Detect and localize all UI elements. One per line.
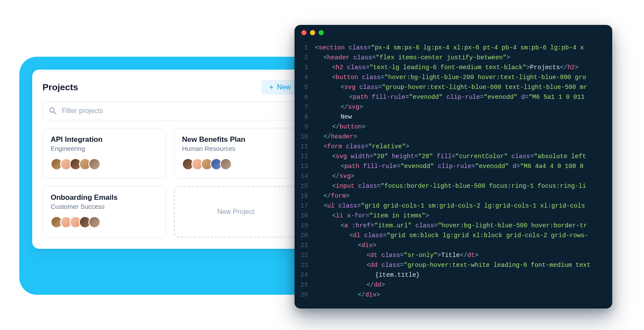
project-title: Onboarding Emails — [51, 193, 158, 202]
projects-header: Projects New — [43, 80, 298, 95]
close-icon[interactable] — [301, 30, 307, 35]
code-editor-window: 1234567891011121314151617181920212223242… — [295, 25, 612, 309]
project-card[interactable]: API Integration Engineering — [43, 128, 166, 178]
maximize-icon[interactable] — [319, 30, 324, 35]
project-card[interactable]: New Benefits Plan Human Resources — [174, 128, 298, 178]
new-project-card[interactable]: New Project — [174, 186, 298, 238]
project-card[interactable]: Onboarding Emails Customer Success — [43, 186, 166, 238]
search-icon — [49, 107, 57, 115]
projects-title: Projects — [43, 82, 78, 92]
minimize-icon[interactable] — [310, 30, 315, 35]
projects-panel: Projects New API Integration Engineering — [32, 70, 308, 249]
project-subtitle: Engineering — [51, 145, 158, 152]
new-project-label: New Project — [217, 208, 254, 216]
avatar — [88, 216, 100, 228]
avatar — [220, 158, 232, 170]
line-number-gutter: 1234567891011121314151617181920212223242… — [295, 40, 312, 307]
project-avatars — [51, 158, 158, 170]
project-subtitle: Customer Success — [51, 203, 158, 210]
code-content[interactable]: <section class="px-4 sm:px-6 lg:px-4 xl:… — [312, 40, 590, 307]
code-body: 1234567891011121314151617181920212223242… — [295, 40, 612, 307]
window-titlebar — [295, 25, 612, 40]
projects-grid: API Integration Engineering New Benefits… — [43, 128, 298, 238]
new-button-label: New — [277, 83, 291, 91]
new-button[interactable]: New — [261, 80, 298, 95]
avatar — [88, 158, 100, 170]
plus-icon — [268, 84, 274, 90]
project-title: API Integration — [51, 135, 158, 144]
project-title: New Benefits Plan — [182, 135, 289, 144]
search-field — [43, 101, 298, 120]
project-avatars — [51, 216, 158, 228]
search-input[interactable] — [43, 101, 298, 120]
project-avatars — [182, 158, 289, 170]
project-subtitle: Human Resources — [182, 145, 289, 152]
